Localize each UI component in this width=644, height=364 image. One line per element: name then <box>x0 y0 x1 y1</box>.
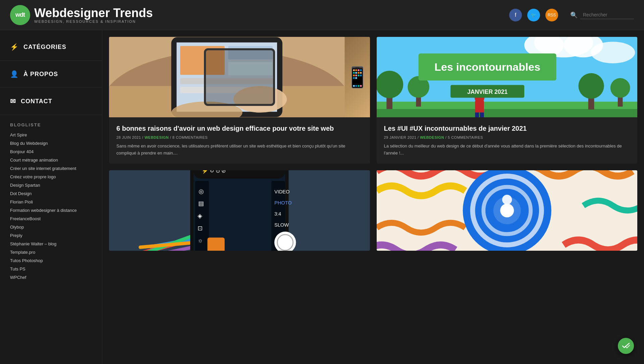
blog-olybop[interactable]: Olybop <box>10 223 92 231</box>
game-svg: Les incontournables JANVIER 2021 <box>377 37 638 117</box>
card-incontournables[interactable]: Les incontournables JANVIER 2021 Les #UI… <box>377 37 638 164</box>
twitter-icon[interactable]: 🐦 <box>527 9 540 21</box>
logo-area: wdt Webdesigner Trends WEBDESIGN, RESSOU… <box>10 5 509 25</box>
svg-point-16 <box>591 42 635 63</box>
svg-text:◈: ◈ <box>198 213 202 219</box>
page-layout: ⚡ CATÉGORIES 👤 À PROPOS ✉ CONTACT BLOGLI… <box>0 30 644 364</box>
contact-label: CONTACT <box>21 98 52 105</box>
svg-text:JANVIER 2021: JANVIER 2021 <box>467 88 507 95</box>
blog-freelanceboost[interactable]: FreelanceBoost <box>10 215 92 223</box>
tablet-svg <box>109 37 345 117</box>
facebook-icon[interactable]: f <box>509 9 522 21</box>
search-input[interactable] <box>580 11 634 19</box>
svg-text:⚡ ↻ ⊙ ⊘: ⚡ ↻ ⊙ ⊘ <box>202 170 226 174</box>
blog-court-metrage[interactable]: Court métrage animation <box>10 156 92 164</box>
fab-button[interactable] <box>618 338 634 354</box>
card-logo-brand[interactable] <box>377 170 638 251</box>
blog-dot-design[interactable]: Dot Design <box>10 189 92 198</box>
svg-text:VIDEO: VIDEO <box>274 189 290 194</box>
svg-text:Les incontournables: Les incontournables <box>434 61 540 73</box>
svg-point-60 <box>277 234 293 250</box>
svg-rect-9 <box>180 87 260 93</box>
logo-text: Webdesigner Trends WEBDESIGN, RESSOURCES… <box>34 6 153 24</box>
svg-rect-8 <box>180 78 273 84</box>
logo-svg <box>377 170 638 251</box>
sidebar-item-about[interactable]: 👤 À PROPOS <box>0 61 102 88</box>
card2-meta: 29 JANVIER 2021 / WEBDESIGN / 5 COMMENTA… <box>384 135 630 139</box>
card4-image <box>377 170 638 251</box>
card1-excerpt: Sans même en avoir conscience, les utili… <box>116 143 363 157</box>
blog-creez-logo[interactable]: Créez votre propre logo <box>10 173 92 181</box>
svg-point-28 <box>610 78 630 98</box>
blog-bonjour-404[interactable]: Bonjour 404 <box>10 147 92 156</box>
svg-rect-6 <box>228 46 273 59</box>
site-subtitle: WEBDESIGN, RESSOURCES & INSPIRATION <box>34 19 153 23</box>
rss-icon[interactable]: RSS <box>545 9 558 21</box>
svg-rect-61 <box>207 237 224 250</box>
svg-point-22 <box>377 71 403 98</box>
blog-blog-du-webdesign[interactable]: Blog du Webdesign <box>10 139 92 147</box>
site-header: wdt Webdesigner Trends WEBDESIGN, RESSOU… <box>0 0 644 30</box>
about-label: À PROPOS <box>23 71 58 78</box>
categories-label: CATÉGORIES <box>23 44 66 51</box>
svg-rect-7 <box>228 62 273 75</box>
blog-template-pro[interactable]: Template.pro <box>10 248 92 256</box>
card2-title: Les #UI #UX incontournables de janvier 2… <box>384 124 630 133</box>
card1-meta: 28 JUIN 2021 / WEBDESIGN / 8 COMMENTAIRE… <box>116 135 363 139</box>
card2-image: Les incontournables JANVIER 2021 <box>377 37 638 117</box>
svg-point-26 <box>578 73 604 99</box>
blogliste-label: BLOGLISTE <box>0 115 102 131</box>
svg-rect-5 <box>180 46 225 75</box>
card-webdesign-reasons[interactable]: 6 bonnes raisons d'avoir un web design e… <box>109 37 370 164</box>
blog-wpchef[interactable]: WPChef <box>10 273 92 282</box>
card1-title: 6 bonnes raisons d'avoir un web design e… <box>116 124 363 133</box>
header-right: f 🐦 RSS 🔍 <box>509 9 634 21</box>
card1-category[interactable]: WEBDESIGN <box>145 135 169 139</box>
bloglist: Art Spire Blog du Webdesign Bonjour 404 … <box>0 131 102 282</box>
blog-tuts-ps[interactable]: Tuts PS <box>10 265 92 273</box>
site-title: Webdesigner Trends <box>34 6 153 20</box>
svg-text:SLOW: SLOW <box>274 222 289 228</box>
svg-text:▤: ▤ <box>198 200 204 207</box>
svg-rect-18 <box>377 109 638 117</box>
blog-stephanie-walter[interactable]: Stéphanie Walter – blog <box>10 240 92 248</box>
logo-icon[interactable]: wdt <box>10 5 30 25</box>
main-content: 6 bonnes raisons d'avoir un web design e… <box>102 30 644 364</box>
svg-text:⊡: ⊡ <box>198 225 203 231</box>
card2-excerpt: La sélection du meilleur du web design d… <box>384 143 630 157</box>
svg-point-10 <box>233 86 287 113</box>
blog-art-spire[interactable]: Art Spire <box>10 131 92 139</box>
card2-body: Les #UI #UX incontournables de janvier 2… <box>377 117 638 164</box>
card1-image <box>109 37 370 117</box>
check-double-icon <box>622 342 630 350</box>
card3-image: ⚡ ↻ ⊙ ⊘ ◎ ▤ ◈ ⊡ ☼ VIDEO PHOTO 3:4 SLOW <box>109 170 370 251</box>
svg-text:PHOTO: PHOTO <box>274 200 292 205</box>
sidebar-item-categories[interactable]: ⚡ CATÉGORIES <box>0 34 102 61</box>
search-button[interactable]: 🔍 <box>570 11 578 19</box>
blog-preply[interactable]: Preply <box>10 231 92 240</box>
blog-tutos-photoshop[interactable]: Tutos Photoshop <box>10 256 92 265</box>
card-phone[interactable]: ⚡ ↻ ⊙ ⊘ ◎ ▤ ◈ ⊡ ☼ VIDEO PHOTO 3:4 SLOW <box>109 170 370 251</box>
svg-rect-32 <box>480 113 484 117</box>
blog-formation-webdesigner[interactable]: Formation webdesigner à distance <box>10 206 92 215</box>
envelope-icon: ✉ <box>10 97 16 105</box>
blog-design-spartan[interactable]: Design Spartan <box>10 181 92 189</box>
blog-creer-site[interactable]: Créer un site internet gratuitement <box>10 164 92 173</box>
card1-body: 6 bonnes raisons d'avoir un web design e… <box>109 117 370 164</box>
svg-text:☼: ☼ <box>198 237 203 244</box>
user-icon: 👤 <box>10 70 19 78</box>
svg-point-71 <box>502 195 512 204</box>
card2-category[interactable]: WEBDESIGN <box>420 135 444 139</box>
svg-text:3:4: 3:4 <box>274 211 281 216</box>
sidebar: ⚡ CATÉGORIES 👤 À PROPOS ✉ CONTACT BLOGLI… <box>0 30 102 364</box>
svg-rect-31 <box>475 113 479 117</box>
search-area: 🔍 <box>570 11 634 19</box>
bolt-icon: ⚡ <box>10 43 19 51</box>
svg-text:◎: ◎ <box>199 188 204 194</box>
phone-svg: ⚡ ↻ ⊙ ⊘ ◎ ▤ ◈ ⊡ ☼ VIDEO PHOTO 3:4 SLOW <box>109 170 370 251</box>
blog-florian-pioli[interactable]: Florian Pioli <box>10 198 92 206</box>
sidebar-item-contact[interactable]: ✉ CONTACT <box>0 88 102 115</box>
